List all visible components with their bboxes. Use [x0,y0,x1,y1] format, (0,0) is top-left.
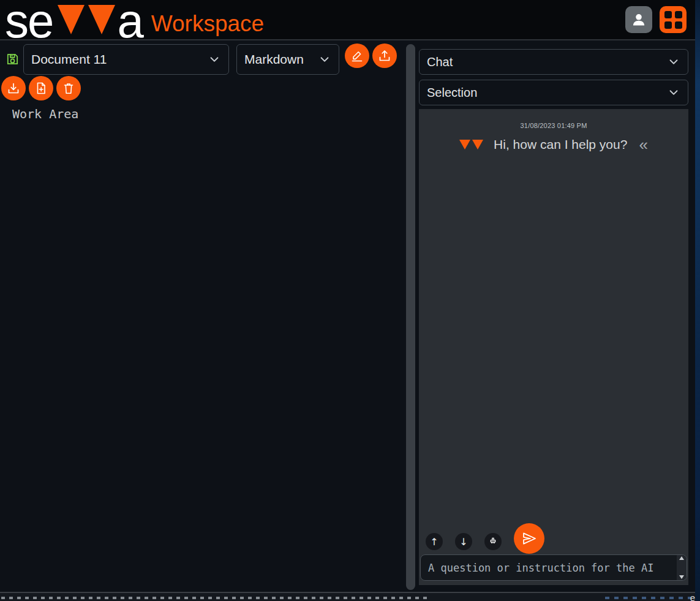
corner-text-fragment: e [690,593,695,601]
assistant-logo-icon [459,140,483,149]
chevron-down-icon [667,55,680,69]
upload-button[interactable] [372,43,397,68]
logo-text-prefix: se [5,3,53,39]
chevron-down-icon [208,53,221,66]
bottom-status-strip: e [0,592,695,601]
send-icon [521,530,538,547]
chat-input-placeholder: A question or instruction for the AI [421,562,677,574]
clipped-text-fragment [605,597,691,599]
logo-triangle-icon [58,5,85,34]
scroll-up-button[interactable]: ↑ [426,533,443,550]
download-button[interactable] [1,76,26,100]
chat-mode-value: Chat [427,55,667,69]
file-plus-icon [34,81,48,96]
product-name: Workspace [151,12,264,35]
scroll-down-button[interactable]: ↓ [455,533,472,550]
chevron-down-icon [667,86,680,99]
format-select-value: Markdown [244,52,318,67]
logo-text-suffix: a [117,3,142,39]
chevron-down-icon [318,53,331,66]
editor-scrollbar[interactable] [405,43,416,592]
chat-input[interactable]: A question or instruction for the AI [420,554,687,581]
work-area-placeholder: Work Area [12,107,404,121]
scrollbar-down-arrow-icon[interactable] [679,575,684,579]
clear-chat-button[interactable] [484,533,502,550]
collapse-message-icon[interactable]: « [639,138,647,151]
broom-icon [488,537,498,546]
message-timestamp: 31/08/2023 01:49 PM [419,122,688,129]
delete-button[interactable] [56,76,81,100]
scrollbar-thumb[interactable] [406,44,415,590]
download-icon [6,81,21,96]
chat-message: Hi, how can I help you? « [419,137,688,152]
arrow-up-icon: ↑ [430,536,438,548]
clipped-text-fragment [1,597,431,599]
pencil-edit-icon [350,48,364,63]
message-text: Hi, how can I help you? [494,137,627,152]
chat-mode-select[interactable]: Chat [419,49,688,75]
selection-scope-select[interactable]: Selection [419,80,688,105]
upload-icon [377,48,392,63]
input-scrollbar[interactable] [677,555,687,580]
selection-scope-value: Selection [427,86,667,100]
arrow-down-icon: ↓ [459,536,467,548]
trash-icon [61,81,76,96]
scrollbar-up-arrow-icon[interactable] [679,556,684,560]
work-area-editor[interactable]: Work Area [0,102,404,592]
chat-panel: Chat Selection 31/08/2023 01:49 PM Hi, h… [419,0,688,601]
desktop-wallpaper-edge [695,0,700,601]
logo: se a Workspace [5,1,264,39]
send-button[interactable] [514,523,544,554]
save-status-icon [6,51,20,67]
document-select[interactable]: Document 11 [23,44,229,75]
edit-button[interactable] [345,43,369,68]
document-select-value: Document 11 [31,52,208,67]
chat-messages: 31/08/2023 01:49 PM Hi, how can I help y… [419,109,688,585]
app-window: se a Workspace [0,0,695,601]
logo-triangle-icon [88,5,115,34]
new-document-button[interactable] [29,76,53,100]
format-select[interactable]: Markdown [236,44,339,75]
